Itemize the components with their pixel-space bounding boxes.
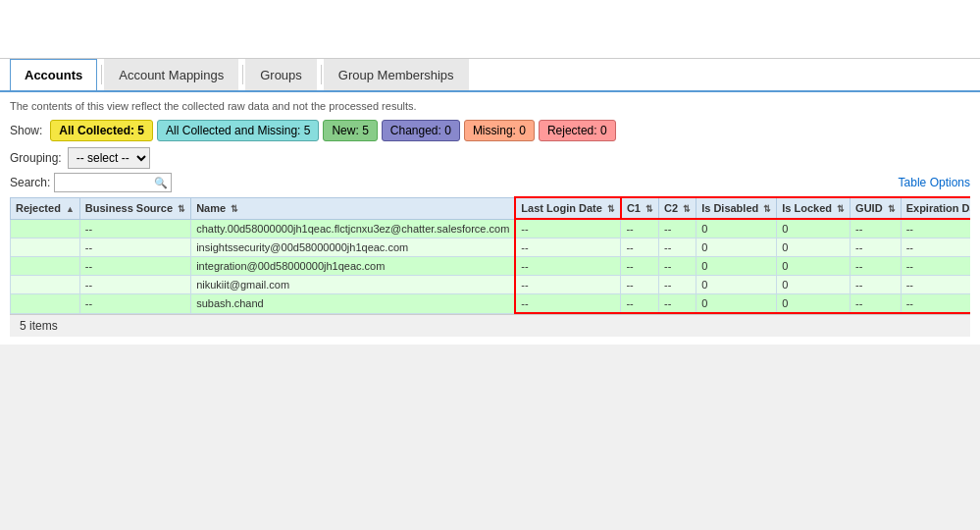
table-cell: -- (79, 294, 190, 314)
col-header-name[interactable]: Name ⇅ (191, 197, 516, 219)
table-cell: 0 (696, 238, 777, 257)
table-cell: 0 (777, 294, 851, 314)
sort-icon-rejected: ▲ (66, 204, 75, 214)
col-header-c2[interactable]: C2 ⇅ (659, 197, 696, 219)
table-cell (11, 238, 80, 257)
table-cell: -- (621, 257, 659, 276)
table-cell: -- (79, 276, 190, 294)
col-header-guid[interactable]: GUID ⇅ (851, 197, 902, 219)
sort-icon-c2: ⇅ (683, 204, 691, 214)
subtitle: The contents of this view reflect the co… (10, 100, 970, 112)
sort-icon-business-source: ⇅ (178, 204, 185, 214)
tab-group-memberships[interactable]: Group Memberships (324, 59, 469, 90)
table-cell (11, 219, 80, 238)
scrollbar-area[interactable]: Rejected ▲ Business Source ⇅ Name ⇅ La (10, 196, 970, 314)
tab-groups[interactable]: Groups (245, 59, 317, 90)
show-label: Show: (10, 124, 42, 137)
filter-all-collected[interactable]: All Collected: 5 (50, 120, 153, 141)
table-cell: -- (659, 276, 696, 294)
table-cell: chatty.00d58000000jh1qeac.flctjcnxu3ez@c… (191, 219, 516, 238)
filter-bar: Show: All Collected: 5 All Collected and… (10, 120, 970, 141)
table-options-link[interactable]: Table Options (899, 176, 970, 189)
col-header-business-source[interactable]: Business Source ⇅ (79, 197, 190, 219)
table-cell: -- (901, 276, 970, 294)
table-cell: -- (621, 276, 659, 294)
table-cell: integration@00d58000000jh1qeac.com (191, 257, 516, 276)
search-label: Search: (10, 176, 50, 189)
table-cell: -- (659, 219, 696, 238)
search-wrapper: 🔍 (54, 173, 172, 192)
controls-bar: Grouping: -- select -- (10, 147, 970, 169)
table-cell: -- (659, 257, 696, 276)
table-cell: -- (901, 294, 970, 314)
search-left: Search: 🔍 (10, 173, 172, 192)
sort-icon-c1: ⇅ (645, 204, 653, 214)
table-cell: -- (901, 219, 970, 238)
tabs-container: Accounts Account Mappings Groups Group M… (0, 59, 980, 92)
table-cell: 0 (777, 219, 851, 238)
col-header-is-disabled[interactable]: Is Disabled ⇅ (696, 197, 777, 219)
table-cell: 0 (696, 257, 777, 276)
col-header-last-login-date[interactable]: Last Login Date ⇅ (515, 197, 621, 219)
grouping-label: Grouping: (10, 151, 62, 165)
col-header-c1[interactable]: C1 ⇅ (621, 197, 659, 219)
table-cell: -- (621, 238, 659, 257)
table-cell: -- (851, 257, 902, 276)
table-cell: 0 (777, 257, 851, 276)
table-cell: -- (659, 294, 696, 314)
table-cell: -- (621, 294, 659, 314)
table-cell: nikukiit@gmail.com (191, 276, 516, 294)
sort-icon-is-locked: ⇅ (837, 204, 845, 214)
filter-missing[interactable]: Missing: 0 (464, 120, 535, 141)
table-row: --insightssecurity@00d58000000jh1qeac.co… (11, 238, 971, 257)
filter-new[interactable]: New: 5 (323, 120, 377, 141)
table-row: --subash.chand------00------ (11, 294, 971, 314)
sort-icon-is-disabled: ⇅ (763, 204, 771, 214)
col-header-is-locked[interactable]: Is Locked ⇅ (777, 197, 851, 219)
table-row: --integration@00d58000000jh1qeac.com----… (11, 257, 971, 276)
table-cell: insightssecurity@00d58000000jh1qeac.com (191, 238, 516, 257)
col-header-expiration-date[interactable]: Expiration Date ⇅ (901, 197, 970, 219)
filter-changed[interactable]: Changed: 0 (382, 120, 460, 141)
sort-icon-guid: ⇅ (888, 204, 896, 214)
table-cell: -- (901, 238, 970, 257)
table-cell: -- (851, 219, 902, 238)
grouping-select[interactable]: -- select -- (68, 147, 150, 169)
filter-all-collected-missing[interactable]: All Collected and Missing: 5 (157, 120, 319, 141)
table-cell: 0 (777, 238, 851, 257)
table-cell: -- (659, 238, 696, 257)
table-row: --chatty.00d58000000jh1qeac.flctjcnxu3ez… (11, 219, 971, 238)
table-cell: -- (851, 276, 902, 294)
tab-accounts[interactable]: Accounts (10, 59, 97, 90)
table-cell: -- (901, 257, 970, 276)
table-row: --nikukiit@gmail.com------00------ (11, 276, 971, 294)
table-cell: -- (851, 294, 902, 314)
data-table: Rejected ▲ Business Source ⇅ Name ⇅ La (10, 196, 970, 314)
table-cell: -- (851, 238, 902, 257)
table-cell: -- (515, 276, 621, 294)
table-cell: -- (515, 219, 621, 238)
sort-icon-last-login-date: ⇅ (607, 204, 615, 214)
sort-icon-name: ⇅ (231, 204, 238, 214)
table-cell: -- (515, 238, 621, 257)
table-cell: -- (515, 257, 621, 276)
col-header-rejected[interactable]: Rejected ▲ (11, 197, 80, 219)
table-cell: -- (79, 238, 190, 257)
search-row: Search: 🔍 Table Options (10, 173, 970, 192)
table-cell: 0 (696, 294, 777, 314)
table-wrapper: Rejected ▲ Business Source ⇅ Name ⇅ La (10, 196, 970, 314)
table-cell: 0 (777, 276, 851, 294)
items-count: 5 items (20, 319, 58, 333)
tab-separator-3 (321, 65, 322, 84)
search-input[interactable] (54, 173, 172, 192)
table-cell: subash.chand (191, 294, 516, 314)
tab-account-mappings[interactable]: Account Mappings (104, 59, 238, 90)
tab-separator-1 (101, 65, 102, 84)
table-cell (11, 294, 80, 314)
table-cell: 0 (696, 276, 777, 294)
table-cell (11, 276, 80, 294)
footer-bar: 5 items (10, 314, 970, 337)
filter-rejected[interactable]: Rejected: 0 (539, 120, 616, 141)
table-cell (11, 257, 80, 276)
table-cell: 0 (696, 219, 777, 238)
